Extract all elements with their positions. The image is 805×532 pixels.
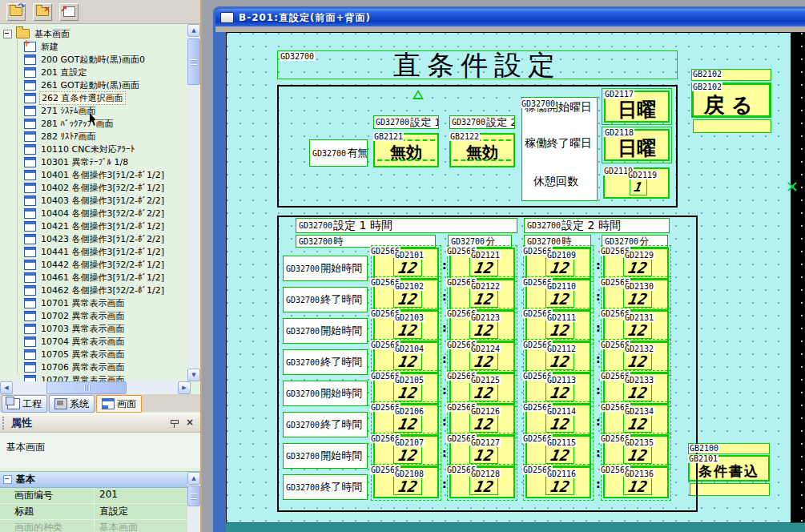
time-cell-GD2135[interactable]: GD2566GD213512 (603, 435, 669, 467)
weekday-label-box[interactable]: GD32700 稼働開始曜日 稼働終了曜日 休憩回数 (521, 97, 598, 201)
tree-item-10705[interactable]: 10705 異常表示画面 (24, 348, 186, 361)
tree-item-10423[interactable]: 10423 各個操作3[ﾗ1/2-ﾎﾞ2/2] (24, 232, 186, 245)
tree-item-10462[interactable]: 10462 各個操作3[ﾗ2/2-ﾎﾞ1/2] (24, 284, 186, 296)
scroll-right-icon[interactable]: ▶ (178, 381, 191, 394)
row-label-7[interactable]: GD32700開始時間 (283, 443, 368, 469)
time-cell-GD2115[interactable]: GD2566GD211512 (525, 435, 591, 467)
set1-header[interactable]: GD32700設定 1 (373, 115, 439, 129)
time-cell-GD2107[interactable]: GD2566GD210712 (373, 435, 439, 467)
row-label-6[interactable]: GD32700終了時間 (283, 412, 368, 437)
time-cell-GD2128[interactable]: GD2566GD212812 (449, 466, 515, 498)
scroll-up-icon[interactable]: ▲ (187, 472, 200, 485)
time-cell-GD2104[interactable]: GD2566GD210412 (373, 341, 439, 373)
time-cell-GD2134[interactable]: GD2566GD213412 (603, 404, 669, 436)
tree-item-10442[interactable]: 10442 各個操作3[ﾗ2/2-ﾎﾞ1/2] (24, 258, 186, 271)
tree-horizontal-scrollbar[interactable]: ◀ ▶ (0, 381, 191, 394)
write-lamp-top[interactable]: GB2100 (688, 443, 770, 454)
tree-item-new[interactable]: 新建 (24, 40, 186, 53)
tree-item-201[interactable]: 201 直設定 (24, 66, 186, 79)
presence-field[interactable]: GD32700有無 (309, 139, 368, 167)
col-header-3[interactable]: GD32700時 (524, 235, 591, 248)
tree-item-200[interactable]: 200 GOT起動時(黒)画面0 (24, 53, 186, 66)
collapse-icon[interactable] (3, 30, 12, 38)
time-cell-GD2122[interactable]: GD2566GD212212 (449, 279, 515, 311)
set2-header[interactable]: GD32700設定 2 (449, 115, 515, 129)
time-cell-GD2106[interactable]: GD2566GD210612 (373, 404, 439, 436)
export-window-button[interactable]: ↗ (59, 3, 78, 21)
time-cell-GD2112[interactable]: GD2566GD211212 (525, 341, 591, 373)
pin-icon[interactable] (168, 417, 179, 429)
tree-item-10703[interactable]: 10703 異常表示画面 (24, 322, 186, 335)
time-cell-GD2126[interactable]: GD2566GD212612 (449, 404, 515, 436)
row-label-2[interactable]: GD32700終了時間 (283, 287, 368, 312)
tree-item-281[interactable]: 281 ﾊﾞｯｸｱｯﾌﾟ画面 (24, 117, 186, 130)
open-project-button[interactable]: ↷ (6, 3, 26, 21)
time-cell-GD2124[interactable]: GD2566GD212412 (449, 341, 515, 373)
section-header-2[interactable]: GD32700設定 2 時間 (524, 218, 670, 233)
end-day-button[interactable]: GD2118 日曜 (604, 129, 670, 161)
tab-系统[interactable]: 系统 (49, 395, 95, 413)
scroll-left-icon[interactable]: ◀ (0, 381, 13, 394)
tree-item-261[interactable]: 261 GOT起動時(黒)画面 (24, 79, 186, 91)
tree-item-10706[interactable]: 10706 異常表示画面 (24, 361, 186, 373)
time-cell-GD2111[interactable]: GD2566GD211112 (525, 310, 591, 342)
scroll-down-icon[interactable]: ▼ (187, 369, 200, 381)
start-day-button[interactable]: GD2117 日曜 (604, 91, 670, 123)
time-cell-GD2127[interactable]: GD2566GD212712 (449, 435, 515, 467)
col-header-2[interactable]: GD32700分 (448, 235, 512, 248)
tree-item-10401[interactable]: 10401 各個操作3[ﾗ1/2-ﾎﾞ1/2] (24, 168, 186, 181)
col-header-4[interactable]: GD32700分 (602, 235, 668, 248)
write-lamp-bottom[interactable] (690, 483, 770, 496)
time-cell-GD2110[interactable]: GD2566GD211012 (525, 279, 591, 311)
tree-item-10404[interactable]: 10404 各個操作3[ﾗ2/2-ﾎﾞ2/2] (24, 207, 186, 220)
property-value[interactable]: 201 (95, 488, 200, 503)
properties-scrollbar[interactable]: ▲ (187, 472, 200, 532)
tree-vertical-scrollbar[interactable]: ▲ ▼ (187, 24, 200, 381)
row-label-1[interactable]: GD32700開始時間 (283, 256, 368, 281)
row-label-8[interactable]: GD32700終了時間 (283, 474, 368, 500)
time-cell-GD2113[interactable]: GD2566GD211312 (525, 373, 591, 405)
tab-画面[interactable]: 画面 (96, 395, 142, 413)
close-project-button[interactable]: ✕ (33, 3, 52, 21)
set1-enable-button[interactable]: GB2121 無効 (373, 133, 439, 167)
tree-item-10707[interactable]: 10707 異常表示画面 (24, 373, 186, 381)
section-header-1[interactable]: GD32700設定 1 時間 (296, 218, 517, 233)
properties-group-header[interactable]: 基本 (0, 472, 200, 488)
tab-工程[interactable]: 工程 (2, 395, 47, 413)
tree-item-10421[interactable]: 10421 各個操作3[ﾗ1/2-ﾎﾞ1/2] (24, 220, 186, 232)
row-label-3[interactable]: GD32700開始時間 (283, 318, 368, 344)
set2-enable-button[interactable]: GB2122 無効 (449, 133, 515, 167)
back-button[interactable]: GB2102 戻る (691, 83, 771, 118)
time-cell-GD2130[interactable]: GD2566GD213012 (603, 279, 669, 311)
break-count-field[interactable]: GD2119 GD2119 1 (603, 167, 670, 199)
time-cell-GD2116[interactable]: GD2566GD211612 (525, 466, 591, 498)
time-cell-GD2108[interactable]: GD2566GD210812 (373, 466, 439, 498)
collapse-icon[interactable] (3, 475, 12, 484)
tree-item-10402[interactable]: 10402 各個操作3[ﾗ2/2-ﾎﾞ1/2] (24, 181, 186, 194)
time-cell-GD2123[interactable]: GD2566GD212312 (449, 310, 515, 342)
col-header-1[interactable]: GD32700時 (296, 235, 436, 248)
time-cell-GD2105[interactable]: GD2566GD210512 (373, 373, 439, 405)
tree-item-262[interactable]: 262 直条件選択画面 (24, 91, 186, 104)
time-cell-GD2131[interactable]: GD2566GD213112 (603, 310, 669, 342)
tree-item-10461[interactable]: 10461 各個操作3[ﾗ1/2-ﾎﾞ1/2] (24, 271, 186, 284)
time-cell-GD2101[interactable]: GD2566GD210112 (373, 248, 439, 280)
time-cell-GD2109[interactable]: GD2566GD210912 (525, 248, 591, 280)
time-cell-GD2132[interactable]: GD2566GD213212 (603, 341, 669, 373)
write-button[interactable]: GB2101 条件書込 (688, 455, 770, 482)
time-cell-GD2114[interactable]: GD2566GD211412 (525, 404, 591, 436)
time-cell-GD2129[interactable]: GD2566GD212912 (603, 248, 669, 280)
time-cell-GD2121[interactable]: GD2566GD212112 (449, 248, 515, 280)
properties-scroll-thumb[interactable] (187, 486, 200, 506)
close-icon[interactable]: × (184, 417, 195, 429)
tree-hscroll-thumb[interactable] (46, 381, 127, 394)
time-cell-GD2133[interactable]: GD2566GD213312 (603, 373, 669, 405)
tree-item-10441[interactable]: 10441 各個操作3[ﾗ1/2-ﾎﾞ1/2] (24, 245, 186, 258)
scroll-up-icon[interactable]: ▲ (187, 24, 200, 37)
screen-title-object[interactable]: GD32700 直条件設定 (277, 50, 678, 79)
tree-item-10704[interactable]: 10704 異常表示画面 (24, 335, 186, 348)
tree-item-10301[interactable]: 10301 異常ﾃｰﾌﾞﾙ 1/8 (24, 155, 186, 168)
window-titlebar[interactable]: B-201:直設定(前面+背面) (215, 9, 805, 26)
time-cell-GD2125[interactable]: GD2566GD212512 (449, 373, 515, 405)
tree-item-10110[interactable]: 10110 CNC未対応ｱﾗｰﾄ (24, 143, 186, 155)
